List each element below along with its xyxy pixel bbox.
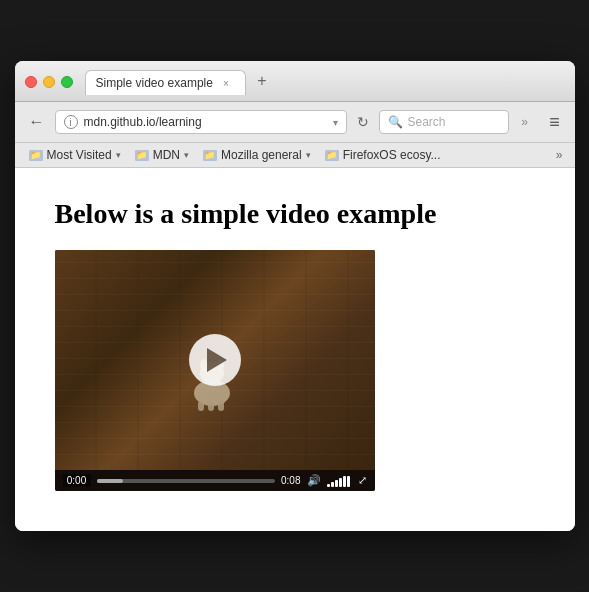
volume-bar-2 [331,482,334,487]
bookmarks-overflow-button[interactable]: » [552,146,567,164]
video-player[interactable]: 0:00 0:08 🔊 ⤢ [55,250,375,491]
new-tab-button[interactable]: + [250,69,274,93]
fullscreen-button[interactable]: ⤢ [358,474,367,487]
bookmark-label: Most Visited [47,148,112,162]
bookmark-label-firefoxos: FirefoxOS ecosy... [343,148,441,162]
bookmarks-bar: 📁 Most Visited ▾ 📁 MDN ▾ 📁 Mozilla gener… [15,143,575,168]
info-icon[interactable]: i [64,115,78,129]
bookmark-folder-icon-2: 📁 [135,150,149,161]
bookmark-chevron-icon-2: ▾ [184,150,189,160]
window-controls [25,76,73,88]
tab-bar: Simple video example × + [85,69,565,95]
minimize-button[interactable] [43,76,55,88]
volume-bar-6 [347,476,350,487]
search-bar[interactable]: 🔍 Search [379,110,509,134]
total-time: 0:08 [281,475,300,486]
bookmark-chevron-icon: ▾ [116,150,121,160]
svg-rect-4 [198,401,204,411]
volume-bar-3 [335,480,338,487]
bookmark-folder-icon: 📁 [29,150,43,161]
close-button[interactable] [25,76,37,88]
svg-rect-5 [208,403,214,411]
refresh-button[interactable]: ↻ [351,110,375,134]
bookmark-label-mdn: MDN [153,148,180,162]
maximize-button[interactable] [61,76,73,88]
search-icon: 🔍 [388,115,403,129]
bookmark-firefoxos[interactable]: 📁 FirefoxOS ecosy... [319,146,447,164]
volume-bar-4 [339,478,342,487]
video-controls-bar: 0:00 0:08 🔊 ⤢ [55,470,375,491]
volume-bars [327,475,350,487]
address-text: mdn.github.io/learning [84,115,327,129]
current-time: 0:00 [63,474,91,487]
tab-title: Simple video example [96,76,213,90]
bookmark-mozilla[interactable]: 📁 Mozilla general ▾ [197,146,317,164]
play-icon [207,348,227,372]
bookmark-folder-icon-3: 📁 [203,150,217,161]
title-bar: Simple video example × + [15,61,575,102]
page-content: Below is a simple video example [15,168,575,531]
active-tab[interactable]: Simple video example × [85,70,246,95]
video-frame[interactable] [55,250,375,470]
svg-rect-6 [218,401,224,411]
volume-bar-5 [343,476,346,487]
more-tabs-button[interactable]: » [513,110,537,134]
bookmark-mdn[interactable]: 📁 MDN ▾ [129,146,195,164]
volume-icon[interactable]: 🔊 [307,474,321,487]
address-dropdown-icon[interactable]: ▾ [333,117,338,128]
progress-fill [97,479,124,483]
bookmark-chevron-icon-3: ▾ [306,150,311,160]
page-heading: Below is a simple video example [55,198,535,230]
bookmark-most-visited[interactable]: 📁 Most Visited ▾ [23,146,127,164]
search-placeholder: Search [408,115,446,129]
play-button[interactable] [189,334,241,386]
bookmark-label-mozilla: Mozilla general [221,148,302,162]
bookmark-folder-icon-4: 📁 [325,150,339,161]
back-button[interactable]: ← [23,108,51,136]
navigation-bar: ← i mdn.github.io/learning ▾ ↻ 🔍 Search … [15,102,575,143]
hamburger-menu-button[interactable]: ≡ [543,110,567,134]
volume-bar-1 [327,484,330,487]
progress-bar[interactable] [97,479,276,483]
address-bar[interactable]: i mdn.github.io/learning ▾ [55,110,347,134]
tab-close-button[interactable]: × [219,76,233,90]
browser-window: Simple video example × + ← i mdn.github.… [15,61,575,531]
